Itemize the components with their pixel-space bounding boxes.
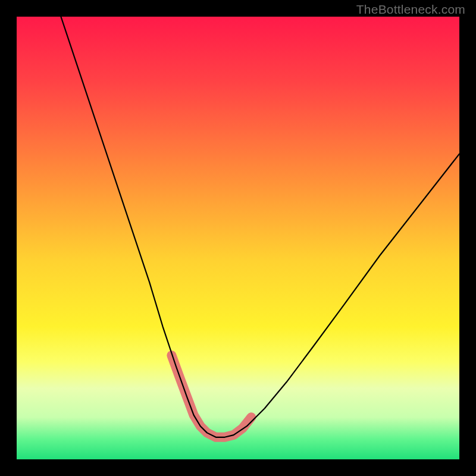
chart-frame: TheBottleneck.com xyxy=(0,0,476,476)
watermark-text: TheBottleneck.com xyxy=(356,2,465,17)
bottleneck-chart xyxy=(17,17,459,459)
